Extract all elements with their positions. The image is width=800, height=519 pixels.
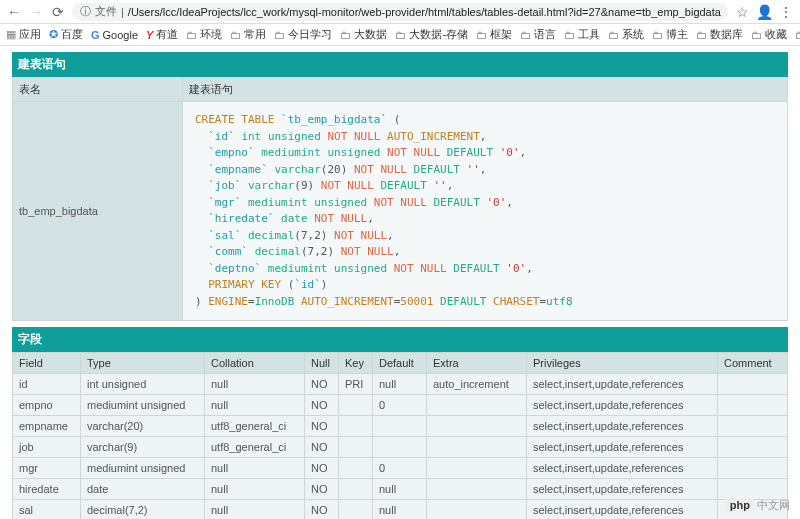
- folder-icon: 🗀: [395, 29, 406, 41]
- folder-icon: 🗀: [564, 29, 575, 41]
- table-cell: select,insert,update,references: [527, 374, 718, 395]
- table-cell: null: [205, 458, 305, 479]
- ddl-table-name: tb_emp_bigdata: [13, 102, 183, 321]
- table-cell: id: [13, 374, 81, 395]
- table-cell: null: [373, 374, 427, 395]
- table-cell: select,insert,update,references: [527, 416, 718, 437]
- ddl-header-sql: 建表语句: [183, 78, 788, 102]
- folder-icon: 🗀: [795, 29, 800, 41]
- bookmark-item[interactable]: 🗀已看过的专栏: [795, 27, 800, 42]
- table-cell: [339, 458, 373, 479]
- bookmarks-bar: ▦应用 ✪百度 GGoogle Y有道 🗀环境 🗀常用 🗀今日学习 🗀大数据 🗀…: [0, 24, 800, 46]
- reload-icon[interactable]: ⟳: [50, 4, 66, 20]
- table-cell: [373, 437, 427, 458]
- bookmark-item[interactable]: GGoogle: [91, 29, 138, 41]
- table-cell: null: [373, 479, 427, 500]
- table-cell: [339, 395, 373, 416]
- table-cell: NO: [305, 416, 339, 437]
- table-cell: NO: [305, 437, 339, 458]
- fields-header: Type: [81, 353, 205, 374]
- table-row: idint unsignednullNOPRInullauto_incremen…: [13, 374, 788, 395]
- fields-header: Comment: [718, 353, 788, 374]
- table-cell: decimal(7,2): [81, 500, 205, 520]
- address-bar[interactable]: ⓘ 文件 | /Users/lcc/IdeaProjects/lcc_work/…: [72, 3, 728, 21]
- table-cell: [718, 416, 788, 437]
- table-cell: [718, 479, 788, 500]
- table-cell: [339, 416, 373, 437]
- table-cell: 0: [373, 458, 427, 479]
- table-cell: int unsigned: [81, 374, 205, 395]
- table-cell: [339, 479, 373, 500]
- table-cell: NO: [305, 374, 339, 395]
- url-text: /Users/lcc/IdeaProjects/lcc_work/mysql-m…: [128, 6, 721, 18]
- folder-icon: 🗀: [751, 29, 762, 41]
- star-icon[interactable]: ☆: [734, 4, 750, 20]
- table-cell: empno: [13, 395, 81, 416]
- table-cell: [427, 458, 527, 479]
- table-cell: [339, 437, 373, 458]
- fields-header: Key: [339, 353, 373, 374]
- fields-header: Null: [305, 353, 339, 374]
- table-cell: sal: [13, 500, 81, 520]
- fields-header: Extra: [427, 353, 527, 374]
- bookmark-item[interactable]: 🗀大数据-存储: [395, 27, 468, 42]
- table-cell: select,insert,update,references: [527, 479, 718, 500]
- table-cell: hiredate: [13, 479, 81, 500]
- table-row: mgrmediumint unsignednullNO0select,inser…: [13, 458, 788, 479]
- table-cell: [718, 395, 788, 416]
- table-cell: select,insert,update,references: [527, 437, 718, 458]
- table-cell: mediumint unsigned: [81, 395, 205, 416]
- folder-icon: 🗀: [696, 29, 707, 41]
- table-cell: [427, 395, 527, 416]
- table-cell: [373, 416, 427, 437]
- folder-icon: 🗀: [274, 29, 285, 41]
- bookmark-item[interactable]: 🗀今日学习: [274, 27, 332, 42]
- bookmark-item[interactable]: 🗀博主: [652, 27, 688, 42]
- table-cell: empname: [13, 416, 81, 437]
- section-ddl-title: 建表语句: [12, 52, 788, 77]
- table-cell: [427, 479, 527, 500]
- bookmark-item[interactable]: 🗀大数据: [340, 27, 387, 42]
- table-cell: [718, 458, 788, 479]
- bookmark-item[interactable]: 🗀环境: [186, 27, 222, 42]
- info-icon: ⓘ: [80, 4, 91, 19]
- bookmark-item[interactable]: 🗀框架: [476, 27, 512, 42]
- folder-icon: 🗀: [652, 29, 663, 41]
- bookmark-item[interactable]: ✪百度: [49, 27, 83, 42]
- table-row: empnomediumint unsignednullNO0select,ins…: [13, 395, 788, 416]
- table-row: jobvarchar(9)utf8_general_ciNOselect,ins…: [13, 437, 788, 458]
- table-cell: null: [205, 479, 305, 500]
- table-cell: mgr: [13, 458, 81, 479]
- apps-button[interactable]: ▦应用: [6, 27, 41, 42]
- fields-header: Field: [13, 353, 81, 374]
- folder-icon: 🗀: [340, 29, 351, 41]
- bookmark-item[interactable]: 🗀常用: [230, 27, 266, 42]
- user-icon[interactable]: 👤: [756, 4, 772, 20]
- table-cell: null: [205, 395, 305, 416]
- table-cell: [718, 374, 788, 395]
- table-cell: [427, 437, 527, 458]
- bookmark-item[interactable]: 🗀工具: [564, 27, 600, 42]
- folder-icon: 🗀: [520, 29, 531, 41]
- bookmark-item[interactable]: 🗀收藏: [751, 27, 787, 42]
- menu-icon[interactable]: ⋮: [778, 4, 794, 20]
- bookmark-item[interactable]: Y有道: [146, 27, 178, 42]
- fields-table: FieldTypeCollationNullKeyDefaultExtraPri…: [12, 352, 788, 519]
- ddl-sql-body: CREATE TABLE `tb_emp_bigdata` ( `id` int…: [183, 102, 788, 321]
- forward-icon[interactable]: →: [28, 4, 44, 20]
- table-cell: mediumint unsigned: [81, 458, 205, 479]
- table-cell: [427, 416, 527, 437]
- table-cell: [718, 437, 788, 458]
- table-row: empnamevarchar(20)utf8_general_ciNOselec…: [13, 416, 788, 437]
- folder-icon: 🗀: [186, 29, 197, 41]
- table-cell: null: [373, 500, 427, 520]
- table-cell: PRI: [339, 374, 373, 395]
- fields-header: Privileges: [527, 353, 718, 374]
- table-cell: [339, 500, 373, 520]
- bookmark-item[interactable]: 🗀数据库: [696, 27, 743, 42]
- bookmark-item[interactable]: 🗀语言: [520, 27, 556, 42]
- bookmark-item[interactable]: 🗀系统: [608, 27, 644, 42]
- table-cell: [427, 500, 527, 520]
- back-icon[interactable]: ←: [6, 4, 22, 20]
- folder-icon: 🗀: [608, 29, 619, 41]
